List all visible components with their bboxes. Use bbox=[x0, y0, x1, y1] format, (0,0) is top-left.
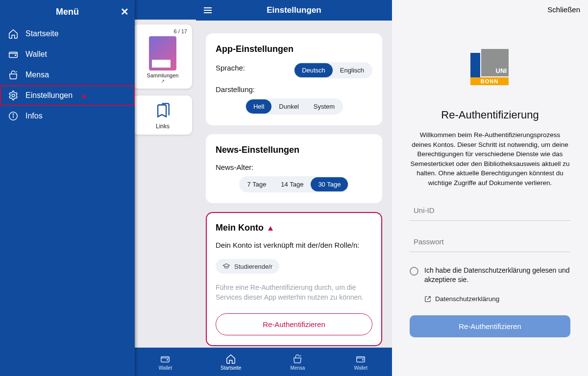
nav-label: Wallet bbox=[354, 365, 368, 371]
password-field[interactable] bbox=[410, 232, 570, 252]
consent-text: Ich habe die Datenschutzerklärung gelese… bbox=[424, 266, 570, 284]
bottom-nav: Wallet bbox=[135, 348, 196, 376]
menu-mensa[interactable]: Mensa bbox=[0, 65, 135, 85]
account-panel: Mein Konto Dein Konto ist verknüpft mit … bbox=[206, 212, 382, 346]
role-label: Studierende/r bbox=[234, 263, 272, 270]
section-title: Mein Konto bbox=[216, 223, 372, 233]
collection-label: Sammlungen bbox=[136, 72, 189, 78]
nav-label: Mensa bbox=[290, 365, 305, 371]
close-icon[interactable]: ✕ bbox=[121, 6, 129, 18]
external-link-icon: ↗ bbox=[136, 78, 189, 84]
food-icon bbox=[292, 353, 303, 364]
theme-label: Darstellung: bbox=[216, 85, 372, 94]
svg-point-3 bbox=[15, 55, 16, 56]
menu-label: Mensa bbox=[25, 70, 49, 79]
warning-icon bbox=[81, 94, 86, 98]
nav-startseite[interactable]: Startseite bbox=[220, 353, 241, 371]
lang-deutsch[interactable]: Deutsch bbox=[294, 63, 333, 77]
uni-bonn-logo: UNI BONN bbox=[470, 48, 510, 85]
menu-label: Startseite bbox=[25, 29, 59, 38]
nav-label: Startseite bbox=[220, 365, 241, 371]
news-30[interactable]: 30 Tage bbox=[311, 177, 348, 191]
privacy-link[interactable]: Datenschutzerklärung bbox=[424, 295, 499, 303]
account-linked-text: Dein Konto ist verknüpft mit der/den Rol… bbox=[216, 241, 372, 249]
reauth-hint: Führe eine Re-Authentifizierung durch, u… bbox=[216, 282, 372, 303]
nav-wallet[interactable]: Wallet bbox=[354, 353, 368, 371]
logo-uni-text: UNI bbox=[496, 67, 507, 74]
page-title: Einstellungen bbox=[267, 5, 321, 15]
bookmark-icon bbox=[154, 102, 171, 120]
hamburger-icon[interactable] bbox=[202, 4, 214, 16]
bottom-nav: Startseite Mensa Wallet bbox=[196, 348, 392, 376]
theme-segment: Hell Dunkel System bbox=[245, 98, 343, 115]
home-icon bbox=[225, 353, 236, 364]
logo-bonn-text: BONN bbox=[470, 77, 509, 85]
wallet-icon bbox=[160, 353, 171, 364]
privacy-link-label: Datenschutzerklärung bbox=[435, 295, 499, 303]
info-icon bbox=[8, 111, 19, 121]
news-7[interactable]: 7 Tage bbox=[240, 177, 274, 191]
app-settings-panel: App-Einstellungen Sprache: Deutsch Engli… bbox=[206, 33, 382, 125]
reauth-title: Re-Authentifizierung bbox=[441, 109, 539, 121]
svg-point-4 bbox=[12, 94, 15, 97]
nav-mensa[interactable]: Mensa bbox=[290, 353, 305, 371]
gear-icon bbox=[8, 90, 19, 101]
collection-card[interactable]: 6 / 17 NN Sammlungen ↗ bbox=[133, 24, 192, 89]
news-age-label: News-Alter: bbox=[216, 163, 372, 171]
svg-point-1 bbox=[167, 359, 168, 360]
wallet-icon bbox=[355, 353, 366, 364]
close-button[interactable]: Schließen bbox=[547, 5, 580, 14]
menu-label: Infos bbox=[25, 112, 43, 120]
links-label: Links bbox=[156, 123, 170, 130]
svg-point-7 bbox=[13, 114, 13, 115]
reauth-description: Willkommen beim Re-Authentifizierungspro… bbox=[410, 130, 570, 188]
thumb-text: NN bbox=[153, 62, 160, 67]
section-title: App-Einstellungen bbox=[216, 44, 372, 54]
grad-cap-icon bbox=[222, 262, 230, 270]
news-age-segment: 7 Tage 14 Tage 30 Tage bbox=[239, 176, 349, 192]
drawer-title: Menü ✕ bbox=[0, 0, 135, 24]
warning-icon bbox=[268, 226, 273, 231]
theme-hell[interactable]: Hell bbox=[246, 99, 271, 114]
collection-counter: 6 / 17 bbox=[136, 27, 189, 35]
reauth-button[interactable]: Re-Authentifizieren bbox=[216, 313, 372, 335]
uni-id-field[interactable] bbox=[410, 200, 570, 221]
submit-button[interactable]: Re-Authentifizieren bbox=[410, 315, 570, 337]
menu-infos[interactable]: Infos bbox=[0, 106, 135, 126]
lang-segment: Deutsch Englisch bbox=[294, 62, 372, 78]
settings-topbar: Einstellungen bbox=[196, 0, 392, 21]
theme-dunkel[interactable]: Dunkel bbox=[271, 99, 306, 114]
theme-system[interactable]: System bbox=[306, 99, 342, 114]
home-icon bbox=[8, 28, 19, 39]
wallet-icon bbox=[8, 49, 19, 60]
role-chip: Studierende/r bbox=[216, 259, 279, 274]
news-14[interactable]: 14 Tage bbox=[273, 177, 311, 191]
svg-point-12 bbox=[363, 359, 364, 360]
menu-startseite[interactable]: Startseite bbox=[0, 24, 135, 44]
news-settings-panel: News-Einstellungen News-Alter: 7 Tage 14… bbox=[206, 134, 382, 203]
nav-label: Wallet bbox=[159, 365, 172, 371]
menu-wallet[interactable]: Wallet bbox=[0, 44, 135, 65]
lang-label: Sprache: bbox=[216, 64, 245, 72]
menu-label: Wallet bbox=[25, 50, 47, 59]
external-link-icon bbox=[424, 296, 431, 303]
nav-wallet[interactable]: Wallet bbox=[159, 353, 172, 371]
menu-einstellungen[interactable]: Einstellungen bbox=[0, 85, 135, 106]
side-drawer: Menü ✕ Startseite Wallet Mensa Einstellu… bbox=[0, 0, 135, 376]
lang-englisch[interactable]: Englisch bbox=[333, 63, 371, 77]
food-icon bbox=[8, 70, 19, 80]
links-card[interactable]: Links bbox=[133, 95, 192, 135]
menu-label: Einstellungen bbox=[25, 91, 73, 100]
consent-checkbox[interactable] bbox=[410, 267, 418, 276]
section-title: News-Einstellungen bbox=[216, 145, 372, 155]
